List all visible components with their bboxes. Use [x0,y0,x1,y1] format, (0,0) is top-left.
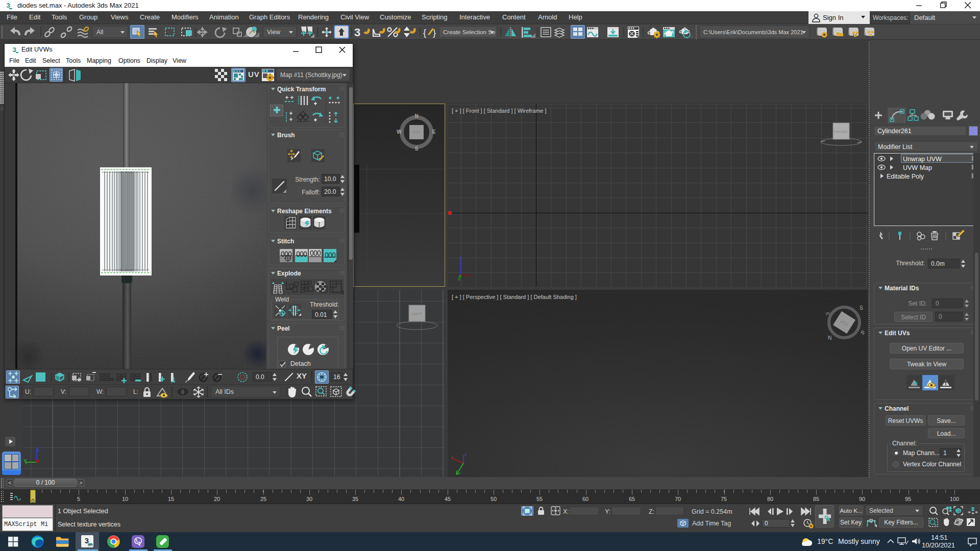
svg-text:W: W [397,129,402,135]
svg-text:N: N [828,335,831,341]
svg-text:Editable Poly: Editable Poly [887,173,924,180]
svg-text:E: E [432,129,436,135]
svg-text:S: S [860,305,863,311]
svg-text:3: 3 [354,26,360,39]
svg-text:3: 3 [12,46,16,54]
svg-text:MAX: MAX [88,544,93,547]
svg-text:3: 3 [85,536,89,545]
svg-text:z: z [459,255,462,260]
svg-text:N: N [414,113,418,119]
svg-text:3: 3 [6,2,10,9]
svg-text:{: { [423,28,426,38]
svg-text:FRONT: FRONT [834,130,848,134]
svg-text:Unwrap UVW: Unwrap UVW [903,156,942,163]
svg-text:LEFT: LEFT [412,312,422,316]
svg-text:TOP: TOP [412,130,420,135]
svg-text:S: S [415,146,419,152]
svg-text:UVW Map: UVW Map [903,164,932,171]
svg-text:x: x [451,455,454,460]
svg-text:W: W [859,329,865,336]
svg-text:y: y [458,277,460,281]
svg-text:z: z [464,452,467,457]
